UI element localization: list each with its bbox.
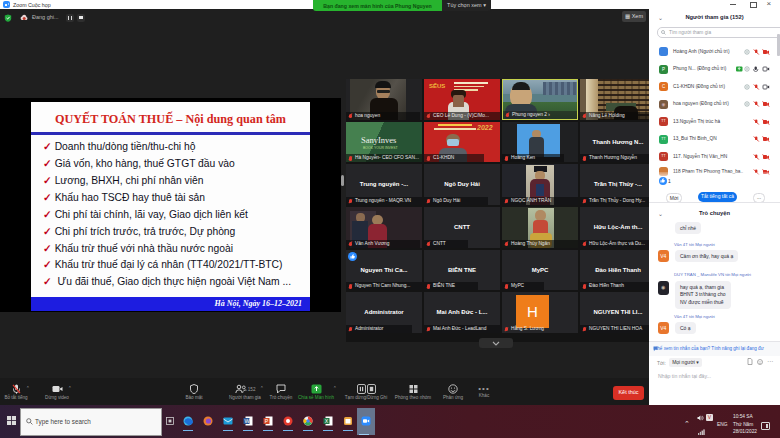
svg-text:P: P bbox=[265, 418, 269, 424]
svg-text:W: W bbox=[245, 418, 251, 424]
svg-text:X: X bbox=[325, 418, 329, 424]
